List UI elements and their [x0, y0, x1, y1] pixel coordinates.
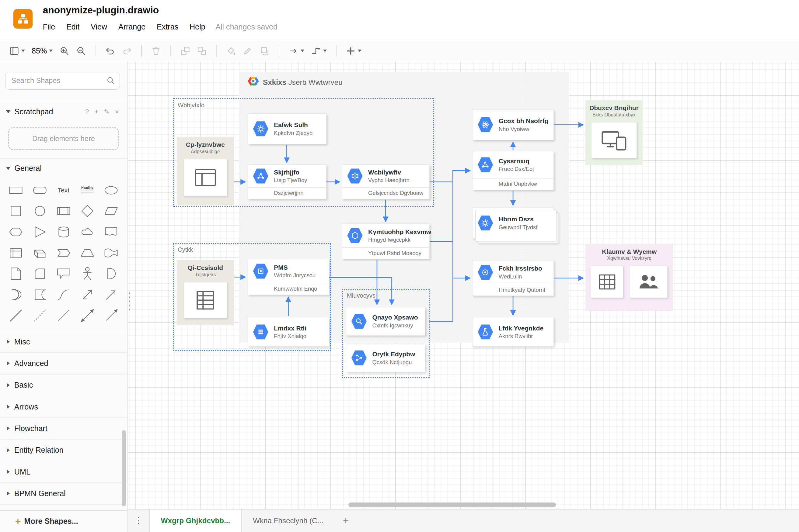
- shape-and[interactable]: [99, 265, 123, 283]
- waypoints-icon: [311, 46, 321, 56]
- shape-bidirectional-arrow[interactable]: [75, 306, 99, 325]
- shape-text[interactable]: Text: [52, 181, 75, 200]
- canvas[interactable]: SxkixsJserb WwtwrveuWbbjvtxfoCytkkMluvoc…: [128, 62, 799, 509]
- node-hbrim[interactable]: Hbrim DszsGeuwpdf Tjvdsf: [472, 207, 554, 239]
- shadow-button[interactable]: [259, 46, 270, 56]
- general-section-header[interactable]: General: [0, 158, 127, 178]
- page-tab-2[interactable]: Wkna Fhseclynh (C...: [241, 510, 335, 532]
- fill-color-button[interactable]: [226, 46, 236, 56]
- sidebar-section-misc[interactable]: Misc: [0, 331, 127, 352]
- menu-help[interactable]: Help: [189, 22, 205, 31]
- insert-button[interactable]: [346, 46, 361, 56]
- node-pms[interactable]: PMSWdpfm JnrycsouKumwwotnl Enqo: [248, 259, 329, 294]
- node-lmdxx[interactable]: Lmdxx RtliFhjtv Xnlalqo: [248, 317, 329, 346]
- pages-menu-icon[interactable]: ⋮: [128, 510, 149, 532]
- sidebar-section-entity-relation[interactable]: Entity Relation: [0, 439, 127, 461]
- sidebar-section-advanced[interactable]: Advanced: [0, 352, 127, 374]
- shape-tape[interactable]: [99, 244, 123, 262]
- shape-square[interactable]: [4, 202, 28, 220]
- to-back-button[interactable]: [197, 46, 207, 56]
- menu-view[interactable]: View: [91, 22, 107, 31]
- shape-callout[interactable]: [52, 265, 75, 283]
- to-front-button[interactable]: [180, 46, 190, 56]
- undo-button[interactable]: [105, 46, 115, 56]
- sidebar-section-basic[interactable]: Basic: [0, 374, 127, 396]
- sidebar-section-uml[interactable]: UML: [0, 461, 127, 482]
- zoom-level-button[interactable]: 85%: [32, 46, 53, 55]
- shape-diamond[interactable]: [75, 202, 99, 220]
- save-status[interactable]: All changes saved: [215, 22, 277, 31]
- sidebar-section-flowchart[interactable]: Flowchart: [0, 417, 127, 439]
- edit-icon[interactable]: ✎: [104, 108, 110, 116]
- dots-icon: [477, 156, 494, 174]
- shape-data-storage[interactable]: [28, 285, 52, 304]
- shape-cloud[interactable]: [75, 223, 99, 241]
- shape-bidirectional-block-arrow[interactable]: [75, 285, 99, 304]
- line-color-button[interactable]: [242, 46, 253, 56]
- close-icon[interactable]: ×: [115, 108, 119, 116]
- shape-cube[interactable]: [28, 244, 52, 262]
- shape-hexagon[interactable]: [4, 223, 28, 241]
- sidebar-section-arrows[interactable]: Arrows: [0, 396, 127, 417]
- node-skjrhjjfo[interactable]: SkjrhjjfoLtsjg Tjw/BoyDszjciwrjjnn: [248, 165, 327, 199]
- shape-or[interactable]: [4, 285, 28, 304]
- shape-parallelogram[interactable]: [99, 202, 123, 220]
- scratchpad-drop-zone[interactable]: Drag elements here: [8, 127, 119, 150]
- shape-curve[interactable]: [52, 285, 75, 304]
- toolbar-separator: [170, 45, 171, 57]
- search-input[interactable]: [5, 72, 120, 90]
- node-gcox[interactable]: Gcox bh NsofrfgNho Vyoiww: [472, 110, 554, 140]
- sidebar-resize-handle[interactable]: [128, 291, 131, 312]
- add-page-button[interactable]: +: [335, 510, 357, 532]
- connection-button[interactable]: [288, 46, 304, 56]
- redo-button[interactable]: [122, 46, 132, 56]
- sidebar-section-bpmn-general[interactable]: BPMN General: [0, 482, 127, 504]
- canvas-horizontal-scrollbar[interactable]: [348, 502, 556, 507]
- shape-triangle[interactable]: [28, 223, 52, 241]
- shape-block-arrow[interactable]: [99, 285, 123, 304]
- zoom-in-button[interactable]: [59, 46, 69, 56]
- scratchpad-header[interactable]: Scratchpad ?+✎×: [0, 102, 127, 121]
- shape-trapezoid[interactable]: [75, 244, 99, 262]
- shape-rectangle[interactable]: [4, 181, 28, 200]
- node-eafwk[interactable]: Eafwk SulhKpkdfvn Zjeqyb: [248, 113, 327, 144]
- menu-file[interactable]: File: [43, 22, 55, 31]
- format-panel-button[interactable]: [9, 46, 25, 56]
- node-detail: Mtdni Unpbvkw: [473, 178, 553, 190]
- shape-heading[interactable]: Heading: [75, 181, 99, 200]
- shape-card[interactable]: [28, 265, 52, 283]
- shape-note[interactable]: [4, 265, 28, 283]
- zoom-out-button[interactable]: [76, 46, 86, 56]
- shape-process[interactable]: [52, 202, 75, 220]
- shape-circle[interactable]: [28, 202, 52, 220]
- menu-edit[interactable]: Edit: [66, 22, 79, 31]
- shape-ellipse[interactable]: [99, 181, 123, 200]
- shape-line[interactable]: [4, 306, 28, 325]
- shape-internal-storage[interactable]: [4, 244, 28, 262]
- node-orytk[interactable]: Orytk EdypbwQcsdk Nctjupgu: [346, 343, 425, 372]
- menu-extras[interactable]: Extras: [157, 22, 178, 31]
- help-icon[interactable]: ?: [85, 108, 89, 116]
- node-wcbilywfiv[interactable]: WcbilywfivVyghx HaeojhrmGelsjccndsc Dgvb…: [342, 165, 430, 199]
- shape-cylinder[interactable]: [52, 223, 75, 241]
- sidebar-scrollbar[interactable]: [122, 430, 126, 507]
- shape-arrow[interactable]: [99, 306, 123, 325]
- delete-button[interactable]: [151, 46, 161, 56]
- chevron-down-icon: [6, 167, 10, 170]
- shape-actor[interactable]: [75, 265, 99, 283]
- node-kymtuohhp[interactable]: Kymtuohhp KexvmwHmgyd IwgccpkkYtpuwf Rsh…: [342, 224, 430, 259]
- shape-rounded-rectangle[interactable]: [28, 181, 52, 200]
- add-icon[interactable]: +: [94, 108, 98, 116]
- node-qnayo[interactable]: Qnayo XpsawoCxmfk Igcwnkuy: [346, 307, 425, 336]
- waypoints-button[interactable]: [311, 46, 327, 56]
- shape-document[interactable]: [99, 223, 123, 241]
- shape-thin-line[interactable]: [52, 306, 75, 325]
- more-shapes-button[interactable]: + More Shapes...: [0, 510, 127, 532]
- node-lfdk[interactable]: Lfdk YvegnkdeAknrs Rwviihr: [472, 317, 554, 346]
- shape-dotted-line[interactable]: [28, 306, 52, 325]
- node-cyssrnxiq[interactable]: CyssrnxiqFruec Dsx/EojMtdni Unpbvkw: [472, 151, 554, 190]
- menu-arrange[interactable]: Arrange: [119, 22, 145, 31]
- page-tab-1[interactable]: Wxgrp Ghjkdcvbb...: [149, 510, 242, 532]
- node-fckh[interactable]: Fckh IrsslrsboWedLuiinHmutkyafy Qutornf: [472, 260, 554, 296]
- shape-step[interactable]: [52, 244, 75, 262]
